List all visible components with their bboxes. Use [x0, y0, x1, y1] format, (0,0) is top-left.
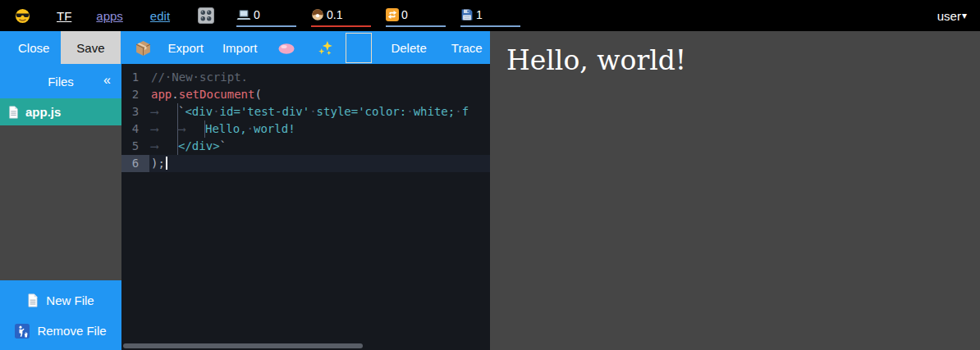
- code-token: `: [220, 139, 227, 152]
- code-token: ⟶: [151, 103, 178, 120]
- code-token: setDocument: [179, 88, 255, 101]
- code-token: world!: [254, 122, 295, 135]
- preview-heading: Hello, world!: [506, 44, 980, 76]
- page-icon: [27, 293, 39, 307]
- stat-storage: 1: [460, 5, 520, 27]
- files-header-label: Files: [48, 75, 74, 89]
- file-item-appjs[interactable]: app.js: [0, 98, 121, 125]
- editor-toolbar: Close Save Export Import: [0, 31, 490, 64]
- code-lines: 1//·New·script.2app.setDocument(3⟶`<div·…: [121, 69, 490, 172]
- package-icon[interactable]: [135, 31, 152, 64]
- line-number: 3: [121, 103, 149, 120]
- code-token: Hello,: [205, 122, 247, 135]
- files-sidebar: Files « app.js: [0, 64, 121, 350]
- code-token: ·: [247, 122, 254, 135]
- code-token: style='color:: [317, 105, 407, 118]
- code-token: ⟶: [178, 120, 205, 138]
- line-number: 1: [121, 69, 149, 86]
- chevron-down-icon: ▾: [962, 10, 967, 21]
- stat-value: 0: [401, 8, 408, 21]
- repeat-icon: [386, 8, 399, 21]
- code-token: ·: [455, 105, 461, 118]
- collapse-sidebar-button[interactable]: «: [103, 73, 111, 88]
- trace-button[interactable]: Trace: [448, 31, 486, 64]
- user-menu[interactable]: user ▾: [937, 9, 967, 23]
- remove-file-button[interactable]: Remove File: [0, 316, 121, 346]
- topbar-stats: 0 0.1 0: [236, 5, 520, 27]
- save-button[interactable]: Save: [61, 31, 120, 64]
- code-line[interactable]: 4⟶⟶Hello,·world!: [121, 120, 490, 138]
- code-token: (: [254, 88, 261, 101]
- new-file-label: New File: [46, 293, 94, 307]
- code-token: ·: [309, 105, 316, 118]
- code-editor[interactable]: 1//·New·script.2app.setDocument(3⟶`<div·…: [121, 64, 490, 350]
- line-number: 2: [121, 86, 149, 103]
- stat-compute: 0: [236, 5, 296, 27]
- ide-pane: Close Save Export Import: [0, 31, 490, 350]
- line-number: 4: [121, 120, 149, 138]
- code-token: //·New·script.: [151, 70, 248, 84]
- file-name: app.js: [25, 105, 61, 119]
- remove-file-label: Remove File: [37, 324, 106, 338]
- code-token: f: [462, 105, 469, 118]
- code-line[interactable]: 1//·New·script.: [121, 69, 490, 86]
- laptop-icon: [236, 9, 251, 21]
- stat-value: 1: [476, 8, 483, 21]
- code-token: <div: [185, 105, 213, 118]
- workspace: Files « app.js: [0, 64, 490, 350]
- code-token: ·: [213, 105, 219, 118]
- nav-link-apps[interactable]: apps: [96, 9, 123, 23]
- main-area: Close Save Export Import: [0, 31, 980, 350]
- sunglasses-face-icon[interactable]: [15, 8, 30, 24]
- color-swatch-box[interactable]: [346, 33, 372, 63]
- code-line[interactable]: 6);: [121, 155, 490, 172]
- file-list-empty-area: [0, 125, 121, 280]
- document-icon: [8, 106, 19, 119]
- stat-value: 0: [254, 8, 260, 21]
- code-token: .: [172, 88, 178, 101]
- code-line[interactable]: 5⟶</div>`: [121, 138, 490, 155]
- doughnut-icon: [311, 8, 324, 21]
- control-knobs-icon[interactable]: [198, 7, 214, 24]
- import-button[interactable]: Import: [222, 31, 258, 64]
- code-token: ⟶: [151, 138, 178, 155]
- delete-button[interactable]: Delete: [387, 31, 429, 64]
- sparkles-icon[interactable]: [318, 31, 333, 64]
- code-line[interactable]: 3⟶`<div·id='test-div'·style='color:·whit…: [121, 103, 490, 120]
- line-number: 5: [121, 138, 149, 155]
- close-button[interactable]: Close: [8, 31, 59, 64]
- text-cursor: [166, 157, 167, 170]
- litter-bin-icon: [15, 324, 30, 339]
- floppy-disk-icon: [460, 8, 474, 21]
- new-file-button[interactable]: New File: [0, 285, 121, 316]
- stat-value: 0.1: [327, 8, 342, 21]
- brand-link[interactable]: TF: [57, 9, 71, 23]
- code-token: app: [151, 88, 172, 101]
- preview-pane: Hello, world!: [490, 31, 980, 350]
- line-number: 6: [121, 155, 149, 172]
- user-label: user: [937, 9, 961, 23]
- code-line[interactable]: 2app.setDocument(: [121, 86, 490, 103]
- stat-runs: 0: [386, 5, 446, 27]
- soap-icon[interactable]: [277, 31, 295, 64]
- code-token: );: [151, 157, 165, 170]
- sidebar-actions: New File Remove File: [0, 280, 121, 350]
- code-token: ·: [406, 105, 413, 118]
- topbar: TF apps edit 0: [0, 0, 980, 31]
- code-token: id='test-div': [220, 105, 310, 118]
- files-header: Files «: [0, 64, 121, 98]
- stat-cost: 0.1: [311, 5, 371, 27]
- code-token: white;: [414, 105, 456, 118]
- horizontal-scrollbar[interactable]: [123, 343, 363, 348]
- nav-link-edit[interactable]: edit: [150, 9, 170, 23]
- export-button[interactable]: Export: [168, 31, 204, 64]
- code-token: </div>: [178, 139, 220, 152]
- code-token: ⟶: [151, 120, 178, 138]
